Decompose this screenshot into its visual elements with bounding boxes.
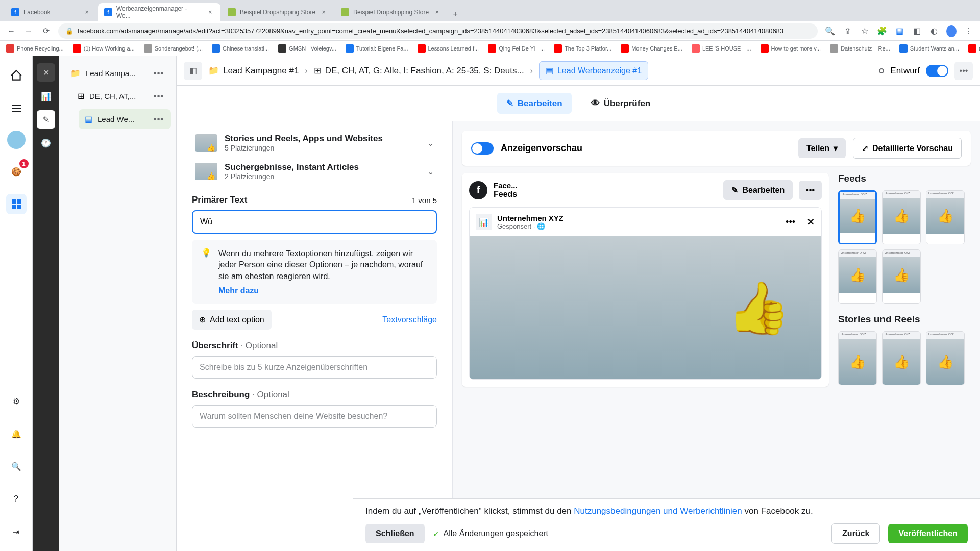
settings-icon[interactable]: ⚙ (6, 391, 27, 411)
thumbnail-story[interactable]: Unternehmen XYZ👍 (926, 331, 965, 385)
zoom-icon[interactable]: 🔍 (825, 26, 835, 36)
bookmark-item[interactable]: Chinese translati... (212, 44, 269, 53)
bookmark-item[interactable]: Student Wants an... (899, 44, 959, 53)
thumbnail-feed[interactable]: Unternehmen XYZ👍 (838, 190, 877, 244)
search-icon[interactable]: 🔍 (6, 456, 27, 477)
reload-icon[interactable]: ⟳ (41, 26, 51, 36)
bookmark-item[interactable]: GMSN - Volelegv... (278, 44, 336, 53)
ads-manager-icon[interactable] (6, 194, 27, 214)
home-icon[interactable] (6, 65, 27, 86)
bookmark-item[interactable]: The Top 3 Platfor... (554, 44, 611, 53)
close-icon[interactable]: × (206, 8, 214, 16)
bookmark-item[interactable]: Phone Recycling... (6, 44, 64, 53)
extension3-icon[interactable]: ◐ (929, 26, 939, 36)
placement-search[interactable]: Suchergebnisse, Instant Articles 2 Platz… (192, 157, 437, 186)
panel-toggle-icon[interactable]: ◧ (184, 62, 202, 80)
profile-icon[interactable] (946, 26, 957, 36)
bookmark-item[interactable]: Tutorial: Eigene Fa... (346, 44, 408, 53)
avatar[interactable] (7, 131, 26, 149)
more-icon[interactable]: ••• (153, 115, 165, 124)
thumbnail-story[interactable]: Unternehmen XYZ👍 (838, 331, 877, 385)
edit-preview-button[interactable]: ✎ Bearbeiten (723, 180, 793, 200)
lock-icon: 🔒 (65, 27, 74, 35)
browser-tab-facebook[interactable]: f Facebook × (5, 3, 97, 21)
bookmark-item[interactable]: Lessons Learned f... (418, 44, 479, 53)
close-icon[interactable]: ✕ (806, 216, 815, 228)
bookmark-item[interactable]: (1) How Working a... (73, 44, 135, 53)
tab-review[interactable]: 👁 Überprüfen (582, 93, 660, 114)
share-icon[interactable]: ⇪ (842, 26, 852, 36)
history-icon[interactable]: 🕐 (37, 134, 55, 152)
url-input[interactable]: 🔒 facebook.com/adsmanager/manage/ads/edi… (58, 23, 818, 39)
back-icon[interactable]: ← (6, 26, 16, 36)
forward-icon[interactable]: → (23, 26, 34, 36)
edit-icon[interactable]: ✎ (37, 110, 55, 129)
detailed-preview-button[interactable]: ⤢ Detaillierte Vorschau (853, 138, 962, 159)
crumb-campaign[interactable]: 📁 Lead Kampagne #1 (208, 65, 299, 76)
text-actions: ⊕ Add text option Textvorschläge (192, 310, 437, 330)
ad-icon: ▤ (85, 114, 92, 124)
menu-icon[interactable]: ⋮ (964, 26, 974, 36)
chart-icon[interactable]: 📊 (37, 87, 55, 105)
crumb-ad[interactable]: ▤ Lead Werbeanzeige #1 (539, 61, 648, 80)
check-icon: ✓ (433, 529, 439, 539)
more-icon[interactable]: ••• (153, 69, 165, 78)
help-icon[interactable]: ? (6, 489, 27, 509)
bookmark-item[interactable]: Qing Fei De Yi - ... (488, 44, 545, 53)
menu-icon[interactable] (6, 98, 27, 118)
browser-tab-adsmanager[interactable]: f Werbeanzeigenmanager - We... × (98, 3, 220, 21)
new-tab-button[interactable]: + (448, 7, 462, 21)
bookmark-item[interactable]: Datenschutz – Re... (830, 44, 890, 53)
close-icon[interactable]: × (320, 8, 328, 16)
more-options-icon[interactable]: ••• (954, 62, 973, 80)
preview-toggle[interactable] (471, 142, 494, 155)
publish-button[interactable]: Veröffentlichen (888, 524, 968, 543)
notifications-icon[interactable]: 🔔 (6, 423, 27, 444)
browser-tab-shopify2[interactable]: Beispiel Dropshipping Store × (335, 3, 447, 21)
close-icon[interactable]: × (433, 8, 441, 16)
campaign-tree: 📁 Lead Kampa... ••• ⊞ DE, CH, AT,... •••… (59, 56, 177, 551)
close-button[interactable]: Schließen (365, 524, 425, 543)
tab-label: Bearbeiten (518, 98, 562, 109)
fb-pixel-icon[interactable]: ▦ (894, 26, 904, 36)
headline-input[interactable]: Schreibe bis zu 5 kurze Anzeigenüberschr… (192, 356, 437, 379)
crumb-adset[interactable]: ⊞ DE, CH, AT, G: Alle, I: Fashion, A: 25… (314, 65, 524, 76)
bookmark-item[interactable]: Sonderangebot! (... (144, 44, 203, 53)
bookmark-item[interactable]: Money Changes E... (621, 44, 682, 53)
tree-ad[interactable]: ▤ Lead We... ••• (79, 109, 171, 129)
thumbnail-feed[interactable]: Unternehmen XYZ👍 (882, 190, 921, 244)
extension2-icon[interactable]: ◧ (912, 26, 922, 36)
thumbnail-feed[interactable]: Unternehmen XYZ👍 (838, 249, 877, 304)
more-icon[interactable]: ••• (153, 92, 165, 101)
close-editor-button[interactable]: ✕ (37, 63, 55, 82)
share-button[interactable]: Teilen ▾ (798, 138, 846, 158)
cookie-icon[interactable]: 🍪1 (6, 161, 27, 182)
description-input[interactable]: Warum sollten Menschen deine Website bes… (192, 405, 437, 428)
collapse-icon[interactable]: ⇥ (6, 521, 27, 542)
bookmark-item[interactable]: How to get more v... (761, 44, 821, 53)
add-text-option-button[interactable]: ⊕ Add text option (192, 310, 272, 330)
ad-toggle[interactable] (926, 65, 948, 77)
more-button[interactable]: ••• (799, 181, 822, 200)
more-link[interactable]: Mehr dazu (218, 286, 259, 295)
thumbnail-feed[interactable]: Unternehmen XYZ👍 (926, 190, 965, 244)
suggestions-link[interactable]: Textvorschläge (382, 315, 437, 324)
url-bar: ← → ⟳ 🔒 facebook.com/adsmanager/manage/a… (0, 21, 980, 41)
star-icon[interactable]: ☆ (860, 26, 870, 36)
back-button[interactable]: Zurück (831, 523, 880, 544)
terms-link[interactable]: Nutzungsbedingungen und Werberichtlinien (574, 506, 742, 516)
thumbnail-feed[interactable]: Unternehmen XYZ👍 (882, 249, 921, 304)
close-icon[interactable]: × (83, 8, 91, 16)
tree-adset[interactable]: ⊞ DE, CH, AT,... ••• (71, 86, 171, 106)
more-icon[interactable]: ••• (786, 217, 795, 228)
tree-campaign[interactable]: 📁 Lead Kampa... ••• (64, 63, 171, 83)
extension-icon[interactable]: 🧩 (877, 26, 887, 36)
grid-icon: ⊞ (78, 91, 84, 101)
tab-edit[interactable]: ✎ Bearbeiten (497, 93, 572, 114)
bookmark-item[interactable]: LEE 'S HOUSE—... (692, 44, 751, 53)
thumbnail-story[interactable]: Unternehmen XYZ👍 (882, 331, 921, 385)
browser-tab-shopify1[interactable]: Beispiel Dropshipping Store × (222, 3, 334, 21)
bookmark-item[interactable]: (2) How To Add A... (968, 44, 980, 53)
placement-stories[interactable]: Stories und Reels, Apps und Websites 5 P… (192, 129, 437, 157)
primary-text-input[interactable] (192, 210, 437, 234)
